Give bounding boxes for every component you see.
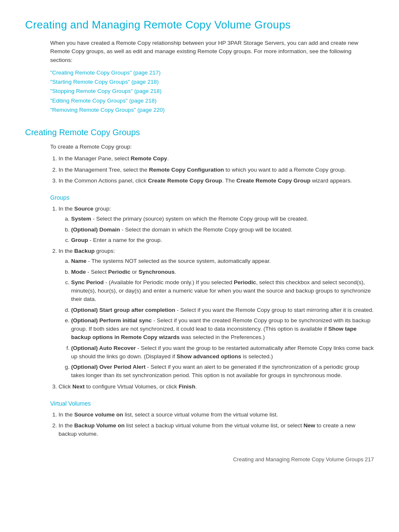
groups-step-2e-bold2: Show tape backup options in Remote Copy … (71, 326, 357, 340)
groups-step-1a: System - Select the primary (source) sys… (71, 215, 374, 223)
creating-step-2: In the Management Tree, select the Remot… (59, 166, 374, 174)
groups-step-2d: (Optional) Start group after completion … (71, 306, 374, 314)
toc-link-2[interactable]: "Stopping Remote Copy Groups" (page 218) (50, 87, 374, 95)
groups-step-2b-sync: Synchronous (138, 269, 174, 275)
creating-step-3-text-mid: . The (222, 177, 236, 184)
groups-step-2c-label: Sync Period (71, 279, 104, 285)
groups-step-2b-periodic: Periodic (108, 269, 130, 275)
volumes-step-1-text: In the Source volume on list, select a s… (59, 411, 278, 418)
groups-step-2f-bold2: Show advanced options (176, 353, 241, 360)
groups-steps-list: In the Source group: System - Select the… (59, 205, 374, 391)
page-title: Creating and Managing Remote Copy Volume… (25, 17, 374, 33)
groups-step-1a-label: System (71, 216, 91, 222)
volumes-step-2: In the Backup Volume on list select a ba… (59, 421, 374, 439)
groups-step-2c-text: - (Available for Periodic mode only.) If… (71, 279, 371, 303)
creating-step-1-text-before: In the Manager Pane, select (59, 155, 131, 162)
creating-step-1-text-after: . (167, 155, 169, 162)
groups-step-1b-text: - Select the domain in which the Remote … (120, 226, 292, 233)
toc-link-1[interactable]: "Starting Remote Copy Groups" (page 218) (50, 78, 374, 86)
toc-link-0[interactable]: "Creating Remote Copy Groups" (page 217) (50, 69, 374, 77)
groups-step-1b-label: (Optional) Domain (71, 226, 120, 233)
groups-step-1-sub: System - Select the primary (source) sys… (71, 215, 374, 244)
creating-step-3-text-before: In the Common Actions panel, click (59, 177, 148, 184)
creating-step-3-text-after: wizard appears. (310, 177, 352, 184)
subsection-groups-title: Groups (50, 193, 374, 202)
groups-step-2f: (Optional) Auto Recover - Select if you … (71, 344, 374, 361)
creating-step-2-text-before: In the Management Tree, select the (59, 167, 149, 173)
groups-step-1c: Group - Enter a name for the group. (71, 236, 374, 244)
creating-step-2-bold: Remote Copy Configuration (149, 167, 224, 173)
groups-step-2-bold: Backup (74, 248, 95, 254)
volumes-step-2-bold: Backup Volume on (74, 422, 125, 429)
volumes-step-2-text: In the Backup Volume on list select a ba… (59, 422, 356, 437)
groups-step-2b-label: Mode (71, 269, 86, 275)
groups-step-1c-label: Group (71, 237, 88, 243)
creating-step-2-text-after: to which you want to add a Remote Copy g… (224, 167, 346, 173)
groups-step-2d-label: (Optional) Start group after completion (71, 307, 175, 313)
volumes-steps-list: In the Source volume on list, select a s… (59, 411, 374, 439)
volumes-step-2-new: New (304, 422, 315, 429)
groups-step-1c-text: - Enter a name for the group. (88, 237, 162, 243)
groups-step-2b: Mode - Select Periodic or Synchronous. (71, 268, 374, 276)
groups-step-2a: Name - The systems NOT selected as the s… (71, 257, 374, 265)
volumes-step-1: In the Source volume on list, select a s… (59, 411, 374, 419)
creating-steps-list: In the Manager Pane, select Remote Copy.… (59, 154, 374, 185)
groups-step-3: Click Next to configure Virtual Volumes,… (59, 383, 374, 391)
groups-step-1-bold: Source (74, 206, 94, 212)
groups-step-2e-label: (Optional) Perform initial sync (71, 317, 152, 324)
creating-step-1-bold: Remote Copy (131, 155, 167, 162)
toc-link-3[interactable]: "Editing Remote Copy Groups" (page 218) (50, 97, 374, 105)
groups-step-2f-label: (Optional) Auto Recover (71, 345, 136, 351)
groups-step-2g-label: (Optional) Over Period Alert (71, 364, 146, 370)
toc-link-list: "Creating Remote Copy Groups" (page 217)… (50, 69, 374, 114)
groups-step-2d-text: - Select if you want the Remote Copy gro… (175, 307, 373, 313)
groups-step-2-sub: Name - The systems NOT selected as the s… (71, 257, 374, 380)
creating-step-3-bold1: Create Remote Copy Group (148, 177, 222, 184)
groups-step-2e: (Optional) Perform initial sync - Select… (71, 316, 374, 342)
section-creating-intro: To create a Remote Copy group: (50, 143, 374, 151)
groups-step-2-intro: In the Backup groups: (59, 248, 115, 254)
section-creating-title: Creating Remote Copy Groups (25, 126, 374, 139)
groups-step-1b: (Optional) Domain - Select the domain in… (71, 226, 374, 234)
groups-step-2b-text: - Select Periodic or Synchronous. (86, 269, 176, 275)
groups-step-1-intro: In the Source group: (59, 206, 111, 212)
groups-step-3-next: Next (72, 383, 84, 390)
groups-step-2a-text: - The systems NOT selected as the source… (87, 258, 271, 264)
creating-step-3-bold2: Create Remote Copy Group (236, 177, 310, 184)
volumes-step-1-bold: Source volume on (74, 411, 123, 418)
groups-step-2: In the Backup groups: Name - The systems… (59, 247, 374, 380)
groups-step-3-finish: Finish (179, 383, 195, 390)
creating-step-3: In the Common Actions panel, click Creat… (59, 177, 374, 185)
groups-step-2c-periodic: Periodic (234, 279, 256, 285)
toc-link-4[interactable]: "Removing Remote Copy Groups" (page 220) (50, 106, 374, 114)
intro-paragraph: When you have created a Remote Copy rela… (50, 39, 374, 64)
subsection-volumes-title: Virtual Volumes (50, 399, 374, 408)
groups-step-1: In the Source group: System - Select the… (59, 205, 374, 244)
groups-step-2g: (Optional) Over Period Alert - Select if… (71, 363, 374, 380)
page-footer: Creating and Managing Remote Copy Volume… (25, 455, 374, 464)
groups-step-2a-label: Name (71, 258, 87, 264)
groups-step-3-text: Click Next to configure Virtual Volumes,… (59, 383, 197, 390)
groups-step-2c: Sync Period - (Available for Periodic mo… (71, 278, 374, 304)
creating-step-1: In the Manager Pane, select Remote Copy. (59, 154, 374, 163)
groups-step-1a-text: - Select the primary (source) system on … (91, 216, 308, 222)
